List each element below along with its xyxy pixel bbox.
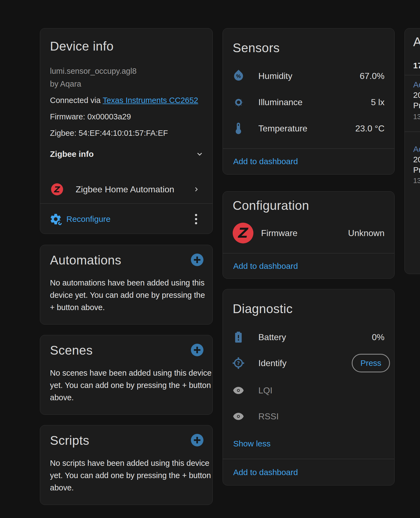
zigbee-info-label: Zigbee info <box>50 149 94 159</box>
activity-entry-time: 13 <box>413 176 420 186</box>
sensor-row-humidity[interactable]: % Humidity 67.0% <box>223 63 394 89</box>
card-divider <box>405 75 420 75</box>
connected-via-prefix: Connected via <box>50 96 103 105</box>
zha-firmware-icon: Z <box>233 223 253 243</box>
row-label: Illuminance <box>258 97 303 107</box>
scripts-card: Scripts No scripts have been added using… <box>40 425 213 505</box>
temperature-thermometer-icon <box>231 121 246 136</box>
connected-via-line: Connected via Texas Instruments CC2652 <box>50 95 198 106</box>
row-label: Battery <box>258 332 286 342</box>
activity-entry-line: Pr <box>413 165 420 175</box>
configuration-card: Configuration Z Firmware Unknown Add to … <box>223 191 395 279</box>
row-value: Unknown <box>348 228 384 238</box>
activity-entry-line: Pr <box>413 101 420 110</box>
activity-entry-time: 13 <box>413 112 420 122</box>
row-value: 67.0% <box>360 71 384 81</box>
scripts-title: Scripts <box>50 433 89 448</box>
row-value: 5 lx <box>371 97 384 107</box>
cog-refresh-icon <box>49 213 62 225</box>
chevron-right-icon <box>192 185 200 193</box>
config-row-firmware[interactable]: Z Firmware Unknown <box>223 219 394 247</box>
row-label: RSSI <box>258 411 279 422</box>
reconfigure-button[interactable]: Reconfigure <box>49 213 111 225</box>
add-script-button[interactable] <box>191 434 203 446</box>
firmware-line: Firmware: 0x00003a29 <box>50 111 131 122</box>
activity-card: A 17 Ac 20 Pr 13 Ac 20 Pr 13 <box>404 28 420 274</box>
automations-empty-text: No automations have been added using thi… <box>50 277 212 314</box>
row-label: Firmware <box>261 228 297 238</box>
illuminance-brightness-icon <box>231 95 246 109</box>
eye-icon <box>231 409 246 423</box>
activity-title: A <box>413 34 420 49</box>
connected-via-link[interactable]: Texas Instruments CC2652 <box>103 96 198 105</box>
svg-text:?: ? <box>237 360 240 366</box>
card-divider <box>223 459 394 459</box>
activity-date-header: 17 <box>413 61 420 70</box>
eye-icon <box>231 383 246 398</box>
scenes-card: Scenes No scenes have been added using t… <box>40 335 213 415</box>
diagnostic-row-battery[interactable]: Battery 0% <box>223 324 394 350</box>
device-info-card: Device info lumi.sensor_occupy.agl8 by A… <box>40 28 213 234</box>
row-value: 23.0 °C <box>355 123 384 134</box>
activity-entity-link[interactable]: Ac <box>413 80 420 90</box>
overflow-menu-icon[interactable] <box>195 214 197 224</box>
diagnostic-add-to-dashboard-link[interactable]: Add to dashboard <box>233 466 298 479</box>
show-less-link[interactable]: Show less <box>233 437 271 451</box>
device-info-title: Device info <box>50 39 114 54</box>
scenes-empty-text: No scenes have been added using this dev… <box>50 367 212 404</box>
diagnostic-row-rssi[interactable]: RSSI <box>223 403 394 429</box>
row-label: LQI <box>258 385 273 396</box>
row-value: 0% <box>372 332 384 342</box>
activity-entry-line: 20 <box>413 90 420 100</box>
card-divider <box>405 131 420 132</box>
humidity-water-percent-icon: % <box>231 69 246 83</box>
reconfigure-label: Reconfigure <box>66 214 111 224</box>
scripts-empty-text: No scripts have been added using this de… <box>50 457 212 494</box>
chevron-down-icon <box>195 149 204 159</box>
identify-press-button[interactable]: Press <box>352 354 390 372</box>
zigbee-address-line: Zigbee: 54:EF:44:10:01:57:FA:EF <box>50 128 168 139</box>
zha-logo-icon: Z <box>51 183 63 195</box>
integration-label: Zigbee Home Automation <box>76 184 174 195</box>
device-page: { "theme": { "page_bg": "#121212", "card… <box>0 0 420 518</box>
integration-row-zha[interactable]: Z Zigbee Home Automation <box>40 180 212 198</box>
device-manufacturer: by Aqara <box>50 78 81 89</box>
configuration-title: Configuration <box>233 198 309 213</box>
sensor-row-temperature[interactable]: Temperature 23.0 °C <box>223 115 394 142</box>
card-divider <box>223 148 394 149</box>
card-divider <box>223 253 394 254</box>
row-label: Humidity <box>258 71 292 81</box>
sensors-add-to-dashboard-link[interactable]: Add to dashboard <box>233 155 298 168</box>
activity-entity-link[interactable]: Ac <box>413 144 420 154</box>
add-scene-button[interactable] <box>191 344 203 356</box>
automations-card: Automations No automations have been add… <box>40 245 213 325</box>
row-label: Identify <box>258 358 286 368</box>
row-label: Temperature <box>258 123 307 134</box>
device-model: lumi.sensor_occupy.agl8 <box>50 66 137 76</box>
sensors-card: Sensors % Humidity 67.0% Illuminance 5 l… <box>223 28 395 175</box>
add-automation-button[interactable] <box>191 254 203 266</box>
scenes-title: Scenes <box>50 343 93 358</box>
card-divider <box>40 203 212 204</box>
identify-crosshairs-question-icon: ? <box>231 356 246 370</box>
activity-entry-line: 20 <box>413 155 420 164</box>
reconfigure-row: Reconfigure <box>40 208 212 231</box>
diagnostic-row-lqi[interactable]: LQI <box>223 377 394 404</box>
diagnostic-card: Diagnostic Battery 0% ? Identify Press L… <box>223 289 395 485</box>
configuration-add-to-dashboard-link[interactable]: Add to dashboard <box>233 259 298 273</box>
diagnostic-title: Diagnostic <box>233 301 293 316</box>
sensor-row-illuminance[interactable]: Illuminance 5 lx <box>223 89 394 115</box>
zigbee-info-expander[interactable]: Zigbee info <box>50 146 204 162</box>
battery-alert-icon <box>231 330 246 344</box>
automations-title: Automations <box>50 253 121 267</box>
sensors-title: Sensors <box>233 40 280 55</box>
